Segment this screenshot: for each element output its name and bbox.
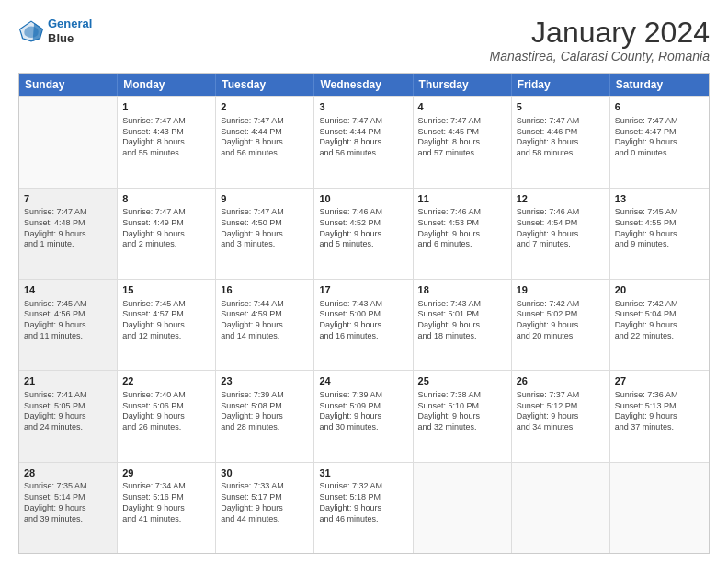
- cell-info-line: Sunrise: 7:47 AM: [418, 116, 506, 127]
- cell-info-line: Daylight: 8 hours: [517, 137, 605, 148]
- cell-info-line: Sunrise: 7:41 AM: [24, 390, 112, 401]
- logo-line2: Blue: [48, 31, 92, 46]
- day-number: 23: [221, 374, 309, 388]
- cell-info-line: Daylight: 8 hours: [122, 137, 210, 148]
- main-title: January 2024: [490, 17, 710, 49]
- calendar-row-1: 7Sunrise: 7:47 AMSunset: 4:48 PMDaylight…: [19, 188, 709, 279]
- cell-info-line: Sunset: 4:44 PM: [319, 127, 407, 138]
- calendar-cell: 14Sunrise: 7:45 AMSunset: 4:56 PMDayligh…: [19, 280, 118, 370]
- cell-info-line: Daylight: 9 hours: [24, 503, 112, 514]
- cell-info-line: Sunset: 4:53 PM: [418, 218, 506, 229]
- day-number: 8: [122, 192, 210, 206]
- cell-info-line: Sunset: 4:52 PM: [319, 218, 407, 229]
- header-day-tuesday: Tuesday: [216, 74, 314, 96]
- cell-info-line: Sunrise: 7:47 AM: [221, 207, 309, 218]
- day-number: 9: [221, 192, 309, 206]
- cell-info-line: and 12 minutes.: [122, 331, 210, 342]
- cell-info-line: Daylight: 9 hours: [517, 411, 605, 422]
- cell-info-line: Sunrise: 7:47 AM: [517, 116, 605, 127]
- calendar-cell: 17Sunrise: 7:43 AMSunset: 5:00 PMDayligh…: [314, 280, 413, 370]
- calendar-cell: 1Sunrise: 7:47 AMSunset: 4:43 PMDaylight…: [118, 97, 216, 187]
- cell-info-line: Sunrise: 7:47 AM: [319, 116, 407, 127]
- cell-info-line: Sunset: 4:57 PM: [122, 309, 210, 320]
- header-day-monday: Monday: [118, 74, 216, 96]
- cell-info-line: Sunset: 5:17 PM: [221, 492, 309, 503]
- cell-info-line: Daylight: 9 hours: [221, 503, 309, 514]
- calendar-cell: 19Sunrise: 7:42 AMSunset: 5:02 PMDayligh…: [512, 280, 610, 370]
- cell-info-line: and 22 minutes.: [615, 331, 704, 342]
- cell-info-line: Sunset: 5:08 PM: [221, 401, 309, 412]
- cell-info-line: and 39 minutes.: [24, 514, 112, 525]
- cell-info-line: Daylight: 9 hours: [122, 320, 210, 331]
- day-number: 12: [517, 192, 605, 206]
- day-number: 6: [615, 100, 704, 114]
- cell-info-line: Daylight: 8 hours: [319, 137, 407, 148]
- calendar: SundayMondayTuesdayWednesdayThursdayFrid…: [18, 73, 710, 554]
- calendar-cell: 8Sunrise: 7:47 AMSunset: 4:49 PMDaylight…: [118, 189, 216, 279]
- cell-info-line: Daylight: 9 hours: [221, 320, 309, 331]
- cell-info-line: Daylight: 9 hours: [221, 411, 309, 422]
- cell-info-line: Sunset: 4:54 PM: [517, 218, 605, 229]
- calendar-cell: 21Sunrise: 7:41 AMSunset: 5:05 PMDayligh…: [19, 371, 118, 461]
- header-day-sunday: Sunday: [19, 74, 118, 96]
- cell-info-line: Daylight: 9 hours: [319, 503, 407, 514]
- logo-icon: [18, 18, 44, 44]
- cell-info-line: Sunset: 5:02 PM: [517, 309, 605, 320]
- cell-info-line: Sunrise: 7:40 AM: [122, 390, 210, 401]
- day-number: 22: [122, 374, 210, 388]
- cell-info-line: and 55 minutes.: [122, 148, 210, 159]
- calendar-cell: 3Sunrise: 7:47 AMSunset: 4:44 PMDaylight…: [314, 97, 413, 187]
- day-number: 25: [418, 374, 506, 388]
- day-number: 18: [418, 283, 506, 297]
- header-day-wednesday: Wednesday: [314, 74, 413, 96]
- cell-info-line: Sunset: 4:45 PM: [418, 127, 506, 138]
- calendar-cell: 13Sunrise: 7:45 AMSunset: 4:55 PMDayligh…: [610, 189, 709, 279]
- cell-info-line: Sunrise: 7:33 AM: [221, 481, 309, 492]
- header-day-saturday: Saturday: [610, 74, 709, 96]
- calendar-cell: 6Sunrise: 7:47 AMSunset: 4:47 PMDaylight…: [610, 97, 709, 187]
- cell-info-line: Sunset: 4:44 PM: [221, 127, 309, 138]
- cell-info-line: Daylight: 9 hours: [24, 411, 112, 422]
- calendar-cell: 23Sunrise: 7:39 AMSunset: 5:08 PMDayligh…: [216, 371, 314, 461]
- cell-info-line: Sunset: 5:10 PM: [418, 401, 506, 412]
- cell-info-line: Sunset: 5:13 PM: [615, 401, 704, 412]
- cell-info-line: Daylight: 9 hours: [24, 320, 112, 331]
- cell-info-line: and 44 minutes.: [221, 514, 309, 525]
- logo-text: General Blue: [48, 17, 92, 45]
- day-number: 20: [615, 283, 704, 297]
- page: General Blue January 2024 Manastirea, Ca…: [0, 0, 728, 563]
- cell-info-line: Daylight: 9 hours: [319, 320, 407, 331]
- cell-info-line: and 6 minutes.: [418, 239, 506, 250]
- cell-info-line: Daylight: 9 hours: [418, 411, 506, 422]
- calendar-header: SundayMondayTuesdayWednesdayThursdayFrid…: [19, 74, 709, 96]
- cell-info-line: and 24 minutes.: [24, 422, 112, 433]
- cell-info-line: and 46 minutes.: [319, 514, 407, 525]
- day-number: 27: [615, 374, 704, 388]
- calendar-cell: 11Sunrise: 7:46 AMSunset: 4:53 PMDayligh…: [414, 189, 512, 279]
- calendar-cell: [414, 463, 512, 553]
- cell-info-line: Sunset: 4:49 PM: [122, 218, 210, 229]
- cell-info-line: Sunrise: 7:46 AM: [517, 207, 605, 218]
- cell-info-line: and 3 minutes.: [221, 239, 309, 250]
- day-number: 11: [418, 192, 506, 206]
- cell-info-line: and 20 minutes.: [517, 331, 605, 342]
- day-number: 13: [615, 192, 704, 206]
- cell-info-line: Sunrise: 7:47 AM: [122, 207, 210, 218]
- cell-info-line: Sunrise: 7:47 AM: [221, 116, 309, 127]
- cell-info-line: Sunset: 4:56 PM: [24, 309, 112, 320]
- cell-info-line: Sunrise: 7:39 AM: [221, 390, 309, 401]
- cell-info-line: Daylight: 9 hours: [24, 229, 112, 240]
- cell-info-line: Sunrise: 7:36 AM: [615, 390, 704, 401]
- calendar-row-0: 1Sunrise: 7:47 AMSunset: 4:43 PMDaylight…: [19, 96, 709, 187]
- cell-info-line: and 0 minutes.: [615, 148, 704, 159]
- day-number: 24: [319, 374, 407, 388]
- calendar-cell: 22Sunrise: 7:40 AMSunset: 5:06 PMDayligh…: [118, 371, 216, 461]
- calendar-cell: 20Sunrise: 7:42 AMSunset: 5:04 PMDayligh…: [610, 280, 709, 370]
- cell-info-line: Sunset: 5:01 PM: [418, 309, 506, 320]
- day-number: 28: [24, 466, 112, 480]
- cell-info-line: Daylight: 8 hours: [418, 137, 506, 148]
- cell-info-line: Sunset: 5:00 PM: [319, 309, 407, 320]
- cell-info-line: Daylight: 9 hours: [418, 320, 506, 331]
- calendar-cell: 2Sunrise: 7:47 AMSunset: 4:44 PMDaylight…: [216, 97, 314, 187]
- calendar-cell: 24Sunrise: 7:39 AMSunset: 5:09 PMDayligh…: [314, 371, 413, 461]
